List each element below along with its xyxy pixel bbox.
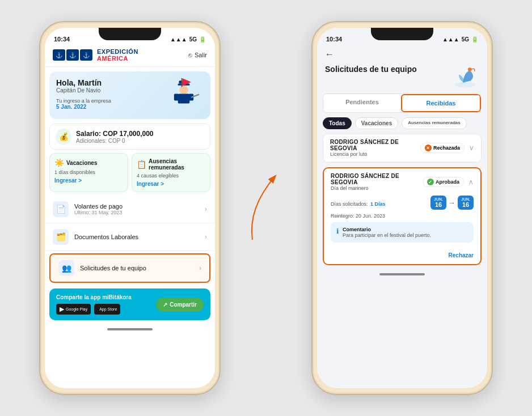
captain-illustration	[164, 78, 204, 112]
time-1: 10:34	[54, 36, 70, 43]
feature-row: ☀️ Vacaciones 1 días disponibles Ingresa…	[49, 153, 210, 192]
join-date: 5 Jan. 2022	[56, 104, 111, 110]
collapse-icon-1[interactable]: ∨	[469, 144, 474, 152]
vacaciones-desc: 1 días disponibles	[54, 169, 123, 175]
menu-text-2: Documentos Laborales	[74, 234, 138, 240]
share-button[interactable]: ↗ Compartir	[156, 298, 204, 312]
menu-item-left-2: 🗂️ Documentos Laborales	[53, 229, 138, 245]
app-header-1: ⚓ ⚓ ⚓ EXPEDICIÓN AMÉRICA ⎋ Salir	[45, 44, 215, 67]
volantes-label: Volantes de pago	[74, 203, 123, 210]
logo-line2: AMÉRICA	[97, 55, 138, 62]
request-1-info: RODRIGO SÁNCHEZ DE SEGOVIA Licencia por …	[330, 139, 420, 157]
pill-ausencias-label: Ausencias remuneradas	[408, 120, 461, 125]
logout-button[interactable]: ⎋ Salir	[188, 52, 207, 58]
phone2-header: ←	[317, 44, 487, 62]
days-row: Días solicitados: 1 Días JUN. 16 → JUN.	[331, 196, 474, 210]
status-badge-rejected: ✕ Rechazada	[420, 143, 465, 153]
pill-vacaciones-label: Vacaciones	[361, 120, 392, 126]
filter-pills: Todas Vacaciones Ausencias remuneradas	[317, 117, 487, 134]
documentos-icon: 🗂️	[53, 229, 69, 245]
feature-icon-row-1: ☀️ Vacaciones	[54, 158, 123, 167]
tab-recibidas-label: Recibidas	[427, 100, 456, 107]
logo-icons: ⚓ ⚓ ⚓	[53, 49, 92, 61]
approved-label: Aprobada	[436, 179, 459, 185]
ausencias-link[interactable]: Ingresar >	[137, 181, 205, 187]
battery-2: 🔋	[471, 36, 478, 43]
page-title-row: Solicitudes de tu equipo	[317, 62, 487, 94]
date-badges: JUN. 16 → JUN. 16	[430, 196, 474, 210]
chevron-icon-1: ›	[205, 205, 207, 213]
menu-item-left-3: 👥 Solicitudes de tu equipo	[58, 260, 146, 276]
vacaciones-link[interactable]: Ingresar >	[54, 177, 123, 184]
request-2-type: Día del marinero	[331, 185, 423, 191]
feature-card-ausencias[interactable]: 📋 Ausencias remuneradas 4 causas elegibl…	[132, 153, 210, 192]
share-title: Comparte la app miBitákora	[56, 294, 132, 300]
google-play-badge[interactable]: ▶ Google Play	[56, 304, 91, 315]
salary-amount: Salario: COP 17,000,000	[76, 130, 154, 138]
solicitudes-icon: 👥	[58, 260, 74, 276]
share-left: Comparte la app miBitákora ▶ Google Play…	[56, 294, 132, 315]
menu-item-volantes[interactable]: 📄 Volantes de pago Último: 31 May. 2023 …	[45, 196, 215, 223]
chevron-icon-3: ›	[199, 264, 201, 272]
page-illustration	[451, 64, 479, 89]
menu-text-1: Volantes de pago Último: 31 May. 2023	[74, 203, 123, 215]
svg-point-2	[179, 86, 188, 94]
battery-1: 🔋	[199, 36, 206, 43]
google-play-label: Google Play	[66, 307, 87, 311]
feature-icon-row-2: 📋 Ausencias remuneradas	[137, 158, 205, 171]
logo-text: EXPEDICIÓN AMÉRICA	[97, 48, 138, 62]
vacaciones-title: Vacaciones	[66, 160, 97, 166]
logo-hat-1: ⚓	[53, 49, 65, 61]
days-label: Días solicitados:	[331, 201, 368, 207]
collapse-icon-2[interactable]: ∧	[468, 178, 474, 186]
requester-1-name: RODRIGO SÁNCHEZ DE SEGOVIA	[330, 139, 420, 151]
network-1: 5G	[189, 36, 197, 43]
home-indicator-2	[379, 273, 425, 275]
days-value: 1 Días	[370, 201, 386, 207]
menu-item-documentos[interactable]: 🗂️ Documentos Laborales ›	[45, 223, 215, 251]
date-badge-to: JUN. 16	[458, 196, 474, 210]
arrow-container	[243, 151, 289, 265]
tabs: Pendientes Recibidas	[323, 94, 482, 113]
reintegro-label: Reintegro:	[331, 213, 354, 219]
request-1: RODRIGO SÁNCHEZ DE SEGOVIA Licencia por …	[323, 134, 482, 163]
date-arrow-icon: →	[449, 199, 455, 207]
notch-2	[371, 28, 433, 40]
request-2-header: RODRIGO SÁNCHEZ DE SEGOVIA Día del marin…	[324, 168, 480, 193]
pill-todas[interactable]: Todas	[323, 117, 352, 129]
pill-todas-label: Todas	[329, 120, 345, 126]
approved-dot: ✓	[427, 179, 434, 185]
time-2: 10:34	[326, 36, 342, 43]
page-title: Solicitudes de tu equipo	[325, 64, 417, 74]
ausencias-desc: 4 causas elegibles	[137, 173, 205, 179]
app-store-badge[interactable]: App Store	[94, 304, 120, 315]
days-label-group: Días solicitados: 1 Días	[331, 198, 386, 208]
phone-1: 10:34 ▲▲▲ 5G 🔋 ⚓ ⚓ ⚓ EXPEDICIÓN	[39, 21, 221, 395]
status-badge-approved: ✓ Aprobada	[423, 177, 464, 187]
logo-hat-3: ⚓	[80, 49, 92, 61]
signal-1: ▲▲▲	[170, 36, 187, 43]
menu-item-solicitudes[interactable]: 👥 Solicitudes de tu equipo ›	[49, 253, 210, 283]
google-play-icon: ▶	[60, 305, 64, 313]
request-1-header: RODRIGO SÁNCHEZ DE SEGOVIA Licencia por …	[323, 134, 481, 162]
svg-rect-3	[178, 94, 190, 104]
tab-pendientes-label: Pendientes	[345, 99, 379, 105]
pill-ausencias[interactable]: Ausencias remuneradas	[402, 117, 467, 129]
logo-line1: EXPEDICIÓN	[97, 48, 138, 55]
comment-box: ℹ Comentario Para participar en el festi…	[331, 222, 474, 243]
pill-vacaciones[interactable]: Vacaciones	[355, 117, 398, 129]
welcome-card: Hola, Martín Capitán De Navio Tu ingreso…	[49, 71, 210, 119]
volantes-sublabel: Último: 31 May. 2023	[74, 210, 123, 215]
share-section: Comparte la app miBitákora ▶ Google Play…	[49, 288, 210, 320]
request-2-info: RODRIGO SÁNCHEZ DE SEGOVIA Día del marin…	[331, 173, 423, 191]
back-button[interactable]: ←	[325, 47, 334, 62]
rejected-dot: ✕	[425, 145, 432, 151]
ausencias-title: Ausencias remuneradas	[149, 158, 205, 171]
tab-recibidas[interactable]: Recibidas	[401, 94, 481, 112]
role: Capitán De Navio	[56, 87, 111, 94]
request-2: RODRIGO SÁNCHEZ DE SEGOVIA Día del marin…	[323, 167, 482, 265]
reject-link[interactable]: Rechazar	[449, 252, 474, 258]
reintegro-row: Reintegro: 20 Jun. 2023	[331, 213, 474, 219]
tab-pendientes[interactable]: Pendientes	[323, 94, 401, 112]
feature-card-vacaciones[interactable]: ☀️ Vacaciones 1 días disponibles Ingresa…	[49, 153, 128, 192]
